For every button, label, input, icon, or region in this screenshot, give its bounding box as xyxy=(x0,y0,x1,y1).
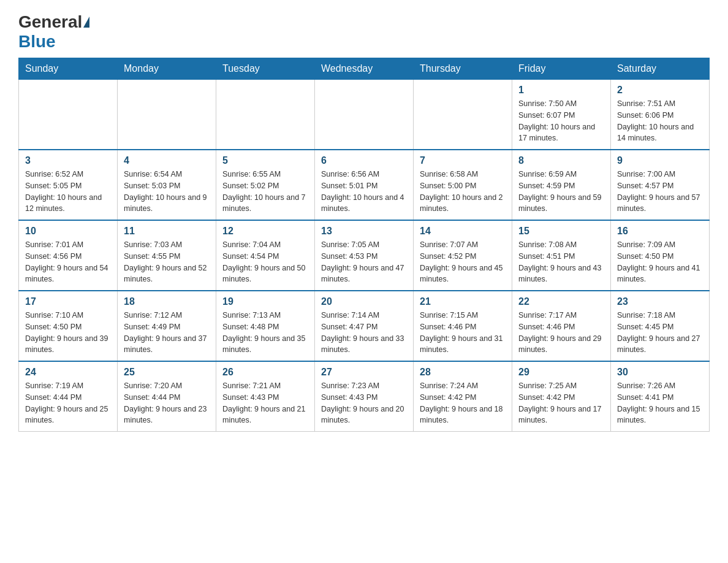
table-cell xyxy=(216,80,315,150)
day-info: Sunrise: 7:14 AMSunset: 4:47 PMDaylight:… xyxy=(321,310,407,356)
day-number: 16 xyxy=(617,226,703,237)
day-number: 1 xyxy=(518,85,604,96)
day-number: 4 xyxy=(124,155,210,166)
day-info: Sunrise: 6:54 AMSunset: 5:03 PMDaylight:… xyxy=(124,169,210,215)
day-info: Sunrise: 7:15 AMSunset: 4:46 PMDaylight:… xyxy=(420,310,506,356)
day-info: Sunrise: 7:17 AMSunset: 4:46 PMDaylight:… xyxy=(518,310,604,356)
day-number: 14 xyxy=(420,226,506,237)
day-number: 18 xyxy=(124,296,210,307)
table-cell: 18Sunrise: 7:12 AMSunset: 4:49 PMDayligh… xyxy=(118,291,216,361)
weekday-header-wednesday: Wednesday xyxy=(315,58,414,80)
week-row-3: 10Sunrise: 7:01 AMSunset: 4:56 PMDayligh… xyxy=(19,220,710,291)
day-number: 30 xyxy=(617,367,703,378)
day-info: Sunrise: 7:50 AMSunset: 6:07 PMDaylight:… xyxy=(518,98,604,144)
table-cell: 10Sunrise: 7:01 AMSunset: 4:56 PMDayligh… xyxy=(19,220,118,291)
table-cell xyxy=(118,80,216,150)
table-cell: 20Sunrise: 7:14 AMSunset: 4:47 PMDayligh… xyxy=(315,291,414,361)
day-info: Sunrise: 7:00 AMSunset: 4:57 PMDaylight:… xyxy=(617,169,703,215)
week-row-1: 1Sunrise: 7:50 AMSunset: 6:07 PMDaylight… xyxy=(19,80,710,150)
table-cell: 28Sunrise: 7:24 AMSunset: 4:42 PMDayligh… xyxy=(414,361,512,432)
table-cell: 24Sunrise: 7:19 AMSunset: 4:44 PMDayligh… xyxy=(19,361,118,432)
table-cell: 16Sunrise: 7:09 AMSunset: 4:50 PMDayligh… xyxy=(611,220,710,291)
day-info: Sunrise: 7:01 AMSunset: 4:56 PMDaylight:… xyxy=(25,239,111,285)
day-info: Sunrise: 7:25 AMSunset: 4:42 PMDaylight:… xyxy=(518,380,604,426)
weekday-header-monday: Monday xyxy=(118,58,216,80)
table-cell: 21Sunrise: 7:15 AMSunset: 4:46 PMDayligh… xyxy=(414,291,512,361)
day-info: Sunrise: 7:19 AMSunset: 4:44 PMDaylight:… xyxy=(25,380,111,426)
page-header: General Blue xyxy=(18,12,710,52)
table-cell: 17Sunrise: 7:10 AMSunset: 4:50 PMDayligh… xyxy=(19,291,118,361)
day-number: 27 xyxy=(321,367,407,378)
calendar-table: SundayMondayTuesdayWednesdayThursdayFrid… xyxy=(18,58,710,432)
day-number: 11 xyxy=(124,226,210,237)
weekday-header-friday: Friday xyxy=(512,58,611,80)
day-number: 29 xyxy=(518,367,604,378)
table-cell: 27Sunrise: 7:23 AMSunset: 4:43 PMDayligh… xyxy=(315,361,414,432)
table-cell: 19Sunrise: 7:13 AMSunset: 4:48 PMDayligh… xyxy=(216,291,315,361)
day-number: 20 xyxy=(321,296,407,307)
table-cell: 14Sunrise: 7:07 AMSunset: 4:52 PMDayligh… xyxy=(414,220,512,291)
weekday-header-row: SundayMondayTuesdayWednesdayThursdayFrid… xyxy=(19,58,710,80)
day-info: Sunrise: 6:52 AMSunset: 5:05 PMDaylight:… xyxy=(25,169,111,215)
table-cell: 22Sunrise: 7:17 AMSunset: 4:46 PMDayligh… xyxy=(512,291,611,361)
day-info: Sunrise: 6:58 AMSunset: 5:00 PMDaylight:… xyxy=(420,169,506,215)
table-cell xyxy=(414,80,512,150)
day-number: 9 xyxy=(617,155,703,166)
logo-blue-text: Blue xyxy=(18,32,56,52)
day-number: 22 xyxy=(518,296,604,307)
day-info: Sunrise: 7:23 AMSunset: 4:43 PMDaylight:… xyxy=(321,380,407,426)
weekday-header-saturday: Saturday xyxy=(611,58,710,80)
day-number: 7 xyxy=(420,155,506,166)
table-cell: 26Sunrise: 7:21 AMSunset: 4:43 PMDayligh… xyxy=(216,361,315,432)
logo-general-text: General xyxy=(18,12,82,32)
day-info: Sunrise: 7:03 AMSunset: 4:55 PMDaylight:… xyxy=(124,239,210,285)
day-info: Sunrise: 7:21 AMSunset: 4:43 PMDaylight:… xyxy=(222,380,308,426)
day-info: Sunrise: 7:18 AMSunset: 4:45 PMDaylight:… xyxy=(617,310,703,356)
day-info: Sunrise: 7:26 AMSunset: 4:41 PMDaylight:… xyxy=(617,380,703,426)
day-info: Sunrise: 7:04 AMSunset: 4:54 PMDaylight:… xyxy=(222,239,308,285)
table-cell: 30Sunrise: 7:26 AMSunset: 4:41 PMDayligh… xyxy=(611,361,710,432)
day-number: 13 xyxy=(321,226,407,237)
day-number: 3 xyxy=(25,155,111,166)
day-info: Sunrise: 6:56 AMSunset: 5:01 PMDaylight:… xyxy=(321,169,407,215)
day-number: 23 xyxy=(617,296,703,307)
table-cell: 25Sunrise: 7:20 AMSunset: 4:44 PMDayligh… xyxy=(118,361,216,432)
week-row-2: 3Sunrise: 6:52 AMSunset: 5:05 PMDaylight… xyxy=(19,150,710,220)
day-info: Sunrise: 7:10 AMSunset: 4:50 PMDaylight:… xyxy=(25,310,111,356)
day-info: Sunrise: 7:08 AMSunset: 4:51 PMDaylight:… xyxy=(518,239,604,285)
table-cell xyxy=(19,80,118,150)
table-cell: 5Sunrise: 6:55 AMSunset: 5:02 PMDaylight… xyxy=(216,150,315,220)
table-cell: 2Sunrise: 7:51 AMSunset: 6:06 PMDaylight… xyxy=(611,80,710,150)
table-cell: 23Sunrise: 7:18 AMSunset: 4:45 PMDayligh… xyxy=(611,291,710,361)
day-info: Sunrise: 7:05 AMSunset: 4:53 PMDaylight:… xyxy=(321,239,407,285)
logo-triangle-icon xyxy=(83,17,89,28)
day-number: 5 xyxy=(222,155,308,166)
weekday-header-sunday: Sunday xyxy=(19,58,118,80)
table-cell: 8Sunrise: 6:59 AMSunset: 4:59 PMDaylight… xyxy=(512,150,611,220)
weekday-header-thursday: Thursday xyxy=(414,58,512,80)
table-cell xyxy=(315,80,414,150)
day-number: 15 xyxy=(518,226,604,237)
day-info: Sunrise: 7:24 AMSunset: 4:42 PMDaylight:… xyxy=(420,380,506,426)
table-cell: 9Sunrise: 7:00 AMSunset: 4:57 PMDaylight… xyxy=(611,150,710,220)
day-number: 24 xyxy=(25,367,111,378)
table-cell: 13Sunrise: 7:05 AMSunset: 4:53 PMDayligh… xyxy=(315,220,414,291)
day-number: 12 xyxy=(222,226,308,237)
day-number: 26 xyxy=(222,367,308,378)
day-number: 19 xyxy=(222,296,308,307)
day-info: Sunrise: 7:51 AMSunset: 6:06 PMDaylight:… xyxy=(617,98,703,144)
day-info: Sunrise: 6:59 AMSunset: 4:59 PMDaylight:… xyxy=(518,169,604,215)
table-cell: 11Sunrise: 7:03 AMSunset: 4:55 PMDayligh… xyxy=(118,220,216,291)
day-number: 2 xyxy=(617,85,703,96)
day-info: Sunrise: 7:20 AMSunset: 4:44 PMDaylight:… xyxy=(124,380,210,426)
day-number: 28 xyxy=(420,367,506,378)
day-info: Sunrise: 7:07 AMSunset: 4:52 PMDaylight:… xyxy=(420,239,506,285)
table-cell: 12Sunrise: 7:04 AMSunset: 4:54 PMDayligh… xyxy=(216,220,315,291)
day-number: 10 xyxy=(25,226,111,237)
week-row-4: 17Sunrise: 7:10 AMSunset: 4:50 PMDayligh… xyxy=(19,291,710,361)
table-cell: 3Sunrise: 6:52 AMSunset: 5:05 PMDaylight… xyxy=(19,150,118,220)
table-cell: 29Sunrise: 7:25 AMSunset: 4:42 PMDayligh… xyxy=(512,361,611,432)
day-number: 8 xyxy=(518,155,604,166)
week-row-5: 24Sunrise: 7:19 AMSunset: 4:44 PMDayligh… xyxy=(19,361,710,432)
logo: General Blue xyxy=(18,12,91,52)
